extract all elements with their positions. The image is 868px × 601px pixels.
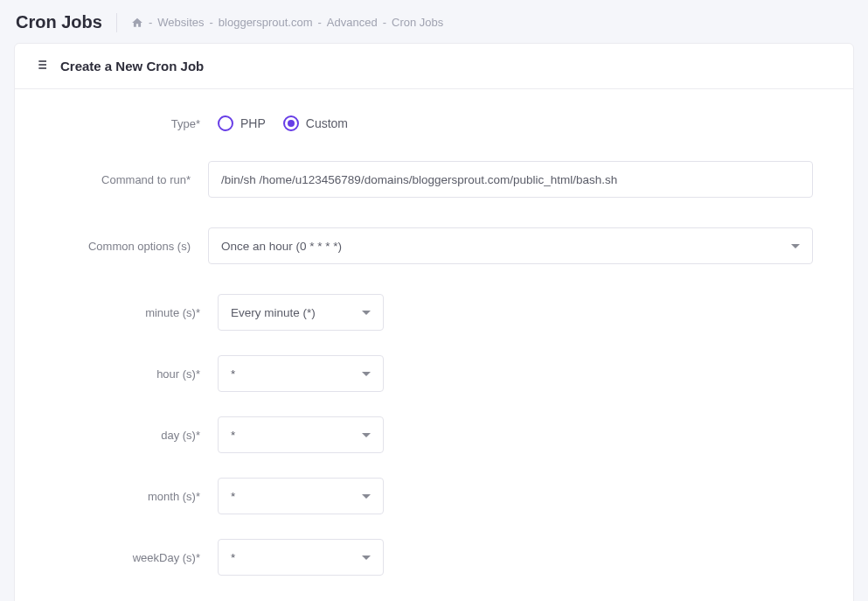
minute-select[interactable]: Every minute (*)	[218, 294, 384, 331]
breadcrumb-sep: -	[383, 16, 386, 29]
header-divider	[116, 13, 117, 32]
hour-select[interactable]: *	[218, 355, 384, 392]
chevron-down-icon	[362, 433, 371, 437]
command-input[interactable]	[208, 161, 813, 198]
hour-value: *	[231, 367, 235, 381]
breadcrumb-sep: -	[318, 16, 322, 29]
page-title: Cron Jobs	[16, 12, 102, 32]
radio-icon	[283, 115, 299, 131]
month-label: month (s)*	[55, 490, 218, 503]
month-value: *	[231, 490, 235, 503]
chevron-down-icon	[362, 556, 371, 560]
common-options-label: Common options (s)	[55, 240, 208, 253]
weekday-select[interactable]: *	[218, 539, 384, 576]
minute-value: Every minute (*)	[231, 306, 316, 319]
home-icon[interactable]	[131, 16, 143, 30]
page-header: Cron Jobs - Websites - bloggersprout.com…	[0, 0, 868, 43]
day-label: day (s)*	[55, 429, 218, 442]
breadcrumb-item-websites[interactable]: Websites	[157, 16, 204, 29]
card-title: Create a New Cron Job	[60, 59, 204, 73]
type-label: Type*	[55, 117, 218, 130]
day-value: *	[231, 429, 235, 442]
radio-icon	[218, 115, 233, 131]
breadcrumb-sep: -	[209, 16, 212, 29]
card-header: Create a New Cron Job	[15, 44, 853, 89]
chevron-down-icon	[362, 494, 371, 499]
breadcrumb: - Websites - bloggersprout.com - Advance…	[131, 16, 443, 30]
breadcrumb-item-domain[interactable]: bloggersprout.com	[219, 16, 313, 29]
chevron-down-icon	[362, 311, 371, 315]
cron-form: Type* PHP Custom Command to run* Common …	[15, 89, 853, 601]
minute-label: minute (s)*	[55, 306, 218, 319]
chevron-down-icon	[362, 372, 371, 376]
day-select[interactable]: *	[218, 416, 384, 453]
breadcrumb-item-cronjobs[interactable]: Cron Jobs	[392, 16, 443, 29]
type-radio-php[interactable]: PHP	[218, 115, 266, 131]
create-cron-card: Create a New Cron Job Type* PHP Custom C…	[14, 43, 854, 601]
command-label: Command to run*	[55, 173, 208, 186]
common-options-select[interactable]: Once an hour (0 * * * *)	[208, 227, 813, 264]
list-icon	[34, 58, 48, 74]
breadcrumb-item-advanced[interactable]: Advanced	[327, 16, 378, 29]
radio-label-custom: Custom	[306, 116, 348, 130]
hour-label: hour (s)*	[55, 367, 218, 381]
common-options-value: Once an hour (0 * * * *)	[221, 240, 342, 253]
radio-label-php: PHP	[240, 116, 266, 130]
month-select[interactable]: *	[218, 478, 384, 514]
weekday-label: weekDay (s)*	[55, 551, 218, 564]
weekday-value: *	[231, 551, 235, 564]
breadcrumb-sep: -	[149, 16, 152, 29]
type-radio-custom[interactable]: Custom	[283, 115, 348, 131]
chevron-down-icon	[791, 244, 800, 248]
